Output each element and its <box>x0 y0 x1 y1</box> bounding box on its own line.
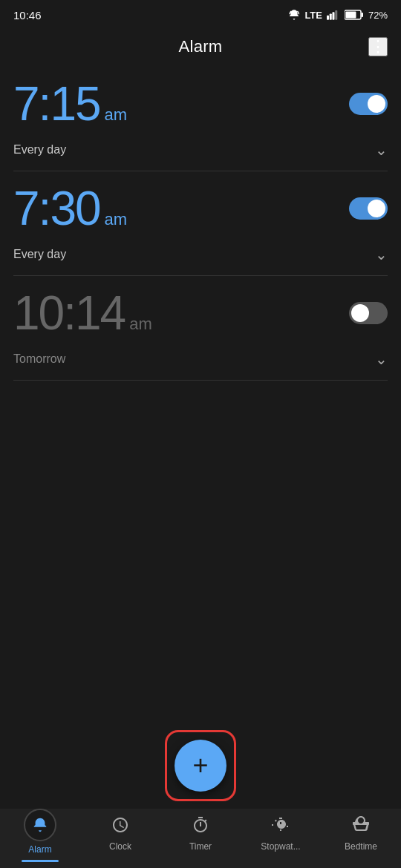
lte-indicator: LTE <box>304 10 322 21</box>
active-indicator <box>22 860 59 862</box>
alarm-digits: 7:15 <box>13 80 100 128</box>
alarm-tab-icon <box>24 809 56 841</box>
menu-button[interactable]: ⋮ <box>368 37 388 56</box>
svg-rect-3 <box>335 10 337 20</box>
alarm-sub-row[interactable]: Every day ⌄ <box>13 134 388 171</box>
svg-rect-6 <box>345 12 356 19</box>
alarm-sub-row[interactable]: Every day ⌄ <box>13 238 388 275</box>
tab-clock-label: Clock <box>109 841 131 852</box>
tab-stopwatch[interactable]: Stopwat... <box>241 816 321 852</box>
alarm-ampm: am <box>105 210 128 229</box>
tab-bedtime[interactable]: Bedtime <box>321 816 401 852</box>
bottom-nav: Alarm Clock Timer Stopwat... <box>0 809 401 868</box>
alarm-item: 7:15 am Every day ⌄ <box>13 67 388 171</box>
fab-highlight: + <box>165 730 236 801</box>
alarm-label: Every day <box>13 143 66 157</box>
page-title: Alarm <box>179 37 223 56</box>
alarm-ampm: am <box>105 105 128 125</box>
add-alarm-button[interactable]: + <box>175 740 226 792</box>
tab-bedtime-label: Bedtime <box>345 841 377 852</box>
chevron-down-icon: ⌄ <box>375 350 388 368</box>
alarm-toggle[interactable] <box>349 197 388 220</box>
plus-icon: + <box>192 752 208 779</box>
alarm-digits: 10:14 <box>13 289 125 337</box>
svg-rect-1 <box>330 14 332 20</box>
toggle-knob <box>368 200 385 217</box>
status-time: 10:46 <box>13 9 42 22</box>
signal-icon <box>327 9 340 21</box>
alarm-list: 7:15 am Every day ⌄ 7:30 am Every day ⌄ <box>0 67 401 381</box>
alarm-time[interactable]: 10:14 am <box>13 289 152 337</box>
svg-rect-2 <box>332 12 334 20</box>
battery-percent: 72% <box>368 10 388 21</box>
svg-rect-5 <box>361 13 363 17</box>
tab-alarm-label: Alarm <box>28 844 51 855</box>
toggle-knob <box>351 304 369 322</box>
alarm-label: Every day <box>13 248 66 261</box>
clock-tab-icon <box>111 816 129 838</box>
bedtime-tab-icon <box>352 816 370 838</box>
alarm-toggle[interactable] <box>349 302 388 324</box>
alarm-item: 10:14 am Tomorrow ⌄ <box>13 276 388 381</box>
chevron-down-icon: ⌄ <box>375 141 388 159</box>
stopwatch-tab-icon <box>272 816 290 838</box>
alarm-digits: 7:30 <box>13 185 100 232</box>
alarm-status-icon <box>288 9 300 21</box>
fab-container: + <box>165 730 236 801</box>
tab-stopwatch-label: Stopwat... <box>261 841 300 852</box>
header: Alarm ⋮ <box>0 27 401 67</box>
alarm-main-row: 7:15 am <box>13 80 388 128</box>
alarm-main-row: 10:14 am <box>13 289 388 337</box>
alarm-sub-row[interactable]: Tomorrow ⌄ <box>13 343 388 380</box>
toggle-knob <box>368 95 385 113</box>
battery-icon <box>345 10 364 20</box>
chevron-down-icon: ⌄ <box>375 246 388 263</box>
status-icons: LTE 72% <box>288 9 388 21</box>
alarm-time[interactable]: 7:15 am <box>13 80 127 128</box>
alarm-toggle[interactable] <box>349 93 388 115</box>
tab-clock[interactable]: Clock <box>80 816 160 852</box>
alarm-ampm: am <box>129 315 152 334</box>
alarm-time[interactable]: 7:30 am <box>13 185 127 232</box>
alarm-label: Tomorrow <box>13 352 65 366</box>
tab-timer-label: Timer <box>189 841 212 852</box>
timer-tab-icon <box>192 816 209 838</box>
svg-rect-0 <box>327 16 329 20</box>
status-bar: 10:46 LTE 72% <box>0 0 401 27</box>
tab-timer[interactable]: Timer <box>160 816 241 852</box>
alarm-item: 7:30 am Every day ⌄ <box>13 171 388 276</box>
alarm-main-row: 7:30 am <box>13 185 388 232</box>
tab-alarm[interactable]: Alarm <box>0 816 80 855</box>
